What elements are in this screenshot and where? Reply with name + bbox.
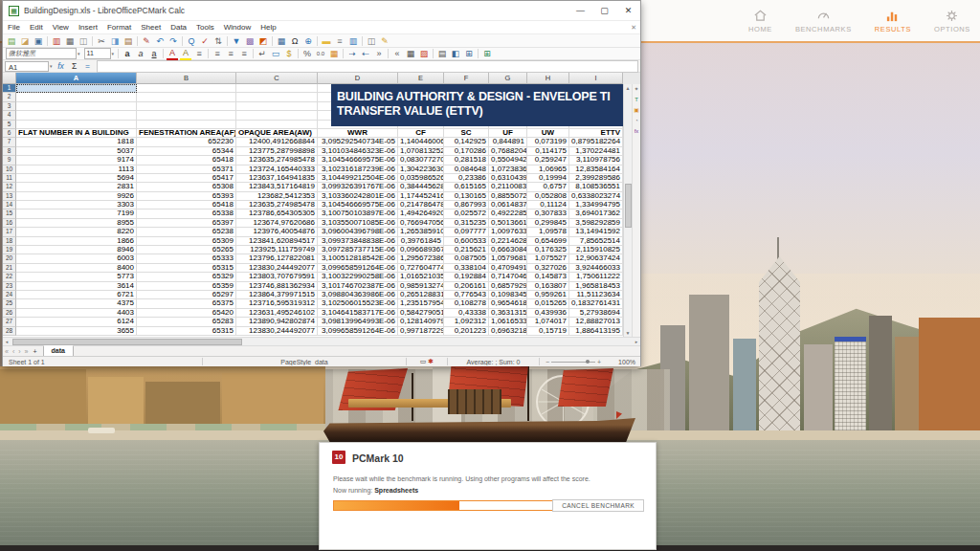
- scroll-right-icon[interactable]: ▸: [633, 338, 640, 345]
- cell-F8[interactable]: 0,170286: [444, 147, 489, 156]
- borders-icon[interactable]: ▦: [405, 48, 416, 59]
- menu-tools[interactable]: Tools: [191, 23, 219, 32]
- row-header-13[interactable]: 13: [3, 192, 16, 201]
- cell-G20[interactable]: 1,0579681: [489, 254, 527, 263]
- cell-G7[interactable]: 0,844891: [489, 138, 527, 146]
- row-header-3[interactable]: 3: [3, 102, 16, 111]
- cell-C25[interactable]: 123716,595319312: [236, 299, 318, 308]
- cell-D6[interactable]: WWR: [318, 129, 398, 138]
- cell-B2[interactable]: [137, 93, 236, 101]
- cell-H22[interactable]: 0,145873: [527, 273, 569, 281]
- cell-D24[interactable]: 3,098804363986E-06: [318, 291, 398, 299]
- row-header-22[interactable]: 22: [3, 273, 16, 281]
- cell-A11[interactable]: 5694: [16, 174, 137, 183]
- cell-D11[interactable]: 3,104499212504E-06: [318, 174, 398, 183]
- cell-A23[interactable]: 3614: [16, 282, 137, 291]
- nav-home[interactable]: HOME: [745, 9, 776, 41]
- cell-I25[interactable]: 0,1832761431: [569, 299, 623, 308]
- cell-C16[interactable]: 123674,97620686: [236, 219, 318, 228]
- cell-F22[interactable]: 0,192884: [444, 273, 489, 281]
- cell-C6[interactable]: OPAQUE AREA(AW): [236, 129, 318, 138]
- decrease-indent-icon[interactable]: «: [391, 48, 403, 59]
- cell-I6[interactable]: ETTV: [569, 129, 623, 138]
- cell-B11[interactable]: 65417: [137, 174, 236, 183]
- cell-H13[interactable]: 0,052808: [527, 192, 569, 201]
- row-header-7[interactable]: 7: [3, 138, 16, 146]
- cell-C14[interactable]: 123635,274985478: [236, 201, 318, 209]
- cell-A1[interactable]: [16, 84, 137, 93]
- cell-H14[interactable]: 0,11124: [527, 201, 569, 209]
- cell-H7[interactable]: 0,073199: [527, 138, 569, 146]
- cell-B28[interactable]: 65315: [137, 327, 236, 336]
- row-header-5[interactable]: 5: [3, 121, 16, 129]
- cell-C10[interactable]: 123724,165440333: [236, 165, 318, 174]
- page-style-label[interactable]: PageStyle_data: [203, 359, 406, 365]
- nav-results[interactable]: RESULTS: [871, 9, 915, 41]
- row-header-28[interactable]: 28: [3, 327, 16, 336]
- cell-E23[interactable]: 0,9859132748: [398, 282, 444, 291]
- cell-B12[interactable]: 65308: [137, 183, 236, 191]
- paste-icon[interactable]: ▤: [122, 35, 134, 47]
- row-header-14[interactable]: 14: [3, 201, 16, 209]
- cell-C4[interactable]: [236, 111, 318, 120]
- hyperlink-icon[interactable]: ⊕: [302, 35, 314, 47]
- cell-F15[interactable]: 0,025572: [444, 209, 489, 218]
- select-all-corner[interactable]: [3, 73, 16, 84]
- cell-D23[interactable]: 3,101746702387E-06: [318, 282, 398, 291]
- freeze-panes-icon[interactable]: ▥: [347, 35, 359, 47]
- cell-F26[interactable]: 0,43338: [444, 309, 489, 318]
- cell-C5[interactable]: [236, 121, 318, 129]
- comment-icon[interactable]: ▬: [321, 35, 332, 47]
- add-decimal-icon[interactable]: ⇢: [346, 48, 358, 59]
- cell-A8[interactable]: 5037: [16, 147, 137, 156]
- cell-B6[interactable]: FENESTRATION AREA(AF): [137, 129, 236, 138]
- cell-G14[interactable]: 0,0614837: [489, 201, 527, 209]
- cell-reference-box[interactable]: A1: [5, 61, 49, 72]
- delete-decimal-icon[interactable]: ⇠: [360, 48, 371, 59]
- cell-H17[interactable]: 1,09578: [527, 228, 569, 236]
- cell-B13[interactable]: 65393: [137, 192, 236, 201]
- menu-edit[interactable]: Edit: [25, 23, 48, 32]
- cell-I12[interactable]: 8,108536551: [569, 183, 623, 191]
- highlight-color-icon[interactable]: A: [180, 47, 191, 60]
- cell-G18[interactable]: 0,2214628: [489, 237, 527, 246]
- cell-E6[interactable]: CF: [398, 129, 444, 138]
- cell-C13[interactable]: 123682,5412353: [236, 192, 318, 201]
- cell-B22[interactable]: 65329: [137, 273, 236, 281]
- cell-G25[interactable]: 0,9654618: [489, 299, 527, 308]
- cell-F14[interactable]: 0,867993: [444, 201, 489, 209]
- cell-D10[interactable]: 3,102316187239E-06: [318, 165, 398, 174]
- cell-E10[interactable]: 1,3042236302: [398, 165, 444, 174]
- row-header-18[interactable]: 18: [3, 237, 16, 246]
- row-header-4[interactable]: 4: [3, 111, 16, 120]
- cell-H11[interactable]: 0,19994: [527, 174, 569, 183]
- cell-C9[interactable]: 123635,274985478: [236, 156, 318, 165]
- wrap-text-icon[interactable]: ↵: [256, 48, 268, 59]
- cell-C23[interactable]: 123746,881362934: [236, 282, 318, 291]
- row-header-12[interactable]: 12: [3, 183, 16, 191]
- border-style-icon[interactable]: ▤: [436, 48, 448, 59]
- cell-I22[interactable]: 1,750611222: [569, 273, 623, 281]
- chart-icon[interactable]: ◩: [257, 35, 269, 47]
- column-header-F[interactable]: F: [444, 73, 489, 84]
- cell-G21[interactable]: 0,4709491: [489, 264, 527, 273]
- cell-H9[interactable]: 0,259247: [527, 156, 569, 165]
- column-header-I[interactable]: I: [569, 73, 623, 84]
- split-window-icon[interactable]: ◫: [366, 35, 377, 47]
- print-icon[interactable]: ▦: [64, 35, 76, 47]
- special-character-icon[interactable]: Ω: [289, 35, 301, 47]
- cell-A17[interactable]: 8220: [16, 228, 137, 236]
- cell-F11[interactable]: 0,23386: [444, 174, 489, 183]
- cell-I13[interactable]: 0,6338023274: [569, 192, 623, 201]
- cell-H8[interactable]: 0,114175: [527, 147, 569, 156]
- cell-H24[interactable]: 0,959261: [527, 291, 569, 299]
- cell-B10[interactable]: 65371: [137, 165, 236, 174]
- cell-I17[interactable]: 13,14941592: [569, 228, 623, 236]
- clone-formatting-icon[interactable]: ✎: [141, 35, 152, 47]
- cell-A18[interactable]: 1866: [16, 237, 137, 246]
- cell-G10[interactable]: 1,0723836: [489, 165, 527, 174]
- cell-H25[interactable]: 0,015265: [527, 299, 569, 308]
- cell-B19[interactable]: 65265: [137, 246, 236, 254]
- currency-icon[interactable]: $: [283, 48, 295, 59]
- cell-F19[interactable]: 0,215621: [444, 246, 489, 254]
